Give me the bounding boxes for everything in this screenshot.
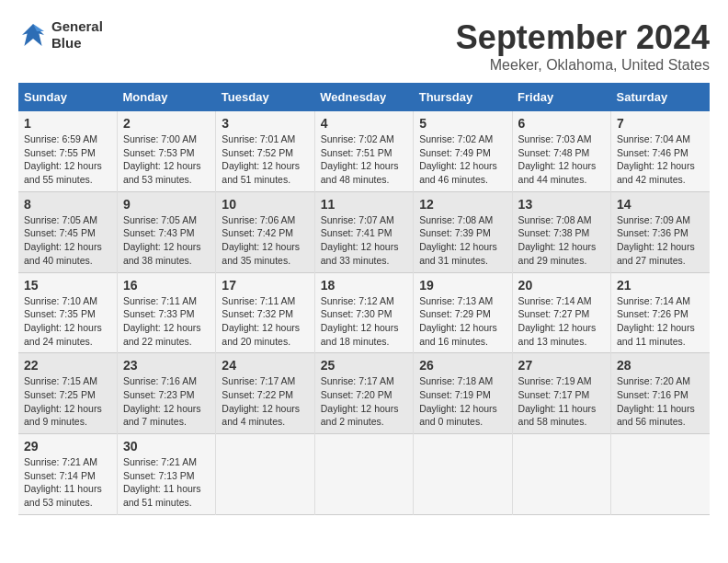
calendar-cell-5: 5Sunrise: 7:02 AM Sunset: 7:49 PM Daylig… xyxy=(414,111,512,191)
calendar-header-row: Sunday Monday Tuesday Wednesday Thursday… xyxy=(18,83,710,111)
calendar-cell-29: 29Sunrise: 7:21 AM Sunset: 7:14 PM Dayli… xyxy=(18,434,117,515)
calendar-cell-16: 16Sunrise: 7:11 AM Sunset: 7:33 PM Dayli… xyxy=(117,272,215,353)
col-saturday: Saturday xyxy=(611,83,710,111)
calendar-week-3: 22Sunrise: 7:15 AM Sunset: 7:25 PM Dayli… xyxy=(18,353,710,434)
col-thursday: Thursday xyxy=(414,83,512,111)
title-section: September 2024 Meeker, Oklahoma, United … xyxy=(456,18,710,74)
calendar-cell-26: 26Sunrise: 7:18 AM Sunset: 7:19 PM Dayli… xyxy=(414,353,512,434)
svg-marker-0 xyxy=(22,24,44,46)
calendar-cell-11: 11Sunrise: 7:07 AM Sunset: 7:41 PM Dayli… xyxy=(314,191,413,272)
calendar-cell-12: 12Sunrise: 7:08 AM Sunset: 7:39 PM Dayli… xyxy=(414,191,512,272)
col-monday: Monday xyxy=(117,83,215,111)
calendar-cell-27: 27Sunrise: 7:19 AM Sunset: 7:17 PM Dayli… xyxy=(512,353,610,434)
calendar-cell-4: 4Sunrise: 7:02 AM Sunset: 7:51 PM Daylig… xyxy=(314,111,413,191)
calendar-cell-14: 14Sunrise: 7:09 AM Sunset: 7:36 PM Dayli… xyxy=(611,191,710,272)
calendar-cell-2: 2Sunrise: 7:00 AM Sunset: 7:53 PM Daylig… xyxy=(117,111,215,191)
calendar-cell-6: 6Sunrise: 7:03 AM Sunset: 7:48 PM Daylig… xyxy=(512,111,610,191)
calendar-cell-25: 25Sunrise: 7:17 AM Sunset: 7:20 PM Dayli… xyxy=(314,353,413,434)
calendar-cell-24: 24Sunrise: 7:17 AM Sunset: 7:22 PM Dayli… xyxy=(216,353,314,434)
col-tuesday: Tuesday xyxy=(216,83,314,111)
calendar-week-4: 29Sunrise: 7:21 AM Sunset: 7:14 PM Dayli… xyxy=(18,434,710,515)
calendar-cell-10: 10Sunrise: 7:06 AM Sunset: 7:42 PM Dayli… xyxy=(216,191,314,272)
col-wednesday: Wednesday xyxy=(314,83,413,111)
col-sunday: Sunday xyxy=(18,83,117,111)
calendar-cell-22: 22Sunrise: 7:15 AM Sunset: 7:25 PM Dayli… xyxy=(18,353,117,434)
calendar-cell-17: 17Sunrise: 7:11 AM Sunset: 7:32 PM Dayli… xyxy=(216,272,314,353)
calendar-cell-23: 23Sunrise: 7:16 AM Sunset: 7:23 PM Dayli… xyxy=(117,353,215,434)
calendar-cell-empty xyxy=(512,434,610,515)
calendar-week-1: 8Sunrise: 7:05 AM Sunset: 7:45 PM Daylig… xyxy=(18,191,710,272)
col-friday: Friday xyxy=(512,83,610,111)
calendar-cell-7: 7Sunrise: 7:04 AM Sunset: 7:46 PM Daylig… xyxy=(611,111,710,191)
calendar-cell-28: 28Sunrise: 7:20 AM Sunset: 7:16 PM Dayli… xyxy=(611,353,710,434)
calendar-cell-13: 13Sunrise: 7:08 AM Sunset: 7:38 PM Dayli… xyxy=(512,191,610,272)
calendar-cell-1: 1Sunrise: 6:59 AM Sunset: 7:55 PM Daylig… xyxy=(18,111,117,191)
calendar-table: Sunday Monday Tuesday Wednesday Thursday… xyxy=(18,83,710,515)
calendar-subtitle: Meeker, Oklahoma, United States xyxy=(456,57,710,74)
page-header: General Blue September 2024 Meeker, Okla… xyxy=(18,18,710,74)
calendar-cell-9: 9Sunrise: 7:05 AM Sunset: 7:43 PM Daylig… xyxy=(117,191,215,272)
logo: General Blue xyxy=(18,18,103,52)
calendar-cell-empty xyxy=(611,434,710,515)
calendar-cell-20: 20Sunrise: 7:14 AM Sunset: 7:27 PM Dayli… xyxy=(512,272,610,353)
logo-text: General Blue xyxy=(51,18,103,52)
calendar-cell-empty xyxy=(314,434,413,515)
logo-icon xyxy=(18,20,48,50)
calendar-week-0: 1Sunrise: 6:59 AM Sunset: 7:55 PM Daylig… xyxy=(18,111,710,191)
calendar-title: September 2024 xyxy=(456,18,710,57)
calendar-cell-30: 30Sunrise: 7:21 AM Sunset: 7:13 PM Dayli… xyxy=(117,434,215,515)
calendar-cell-8: 8Sunrise: 7:05 AM Sunset: 7:45 PM Daylig… xyxy=(18,191,117,272)
calendar-week-2: 15Sunrise: 7:10 AM Sunset: 7:35 PM Dayli… xyxy=(18,272,710,353)
calendar-cell-empty xyxy=(216,434,314,515)
calendar-cell-18: 18Sunrise: 7:12 AM Sunset: 7:30 PM Dayli… xyxy=(314,272,413,353)
calendar-cell-empty xyxy=(414,434,512,515)
calendar-cell-19: 19Sunrise: 7:13 AM Sunset: 7:29 PM Dayli… xyxy=(414,272,512,353)
calendar-cell-21: 21Sunrise: 7:14 AM Sunset: 7:26 PM Dayli… xyxy=(611,272,710,353)
calendar-cell-15: 15Sunrise: 7:10 AM Sunset: 7:35 PM Dayli… xyxy=(18,272,117,353)
calendar-cell-3: 3Sunrise: 7:01 AM Sunset: 7:52 PM Daylig… xyxy=(216,111,314,191)
